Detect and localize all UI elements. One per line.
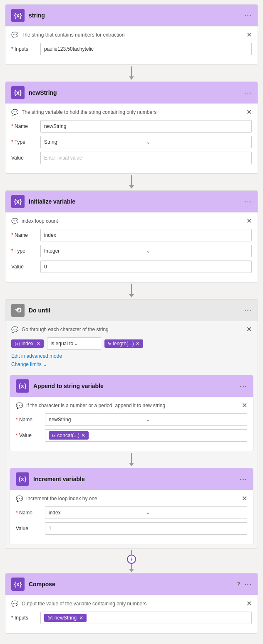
string-card: {x} string ··· 💬 The string that contain… <box>5 4 258 65</box>
append-string-info-row: 💬 If the character is a number or a peri… <box>16 401 247 409</box>
newstring-value-row: Value Enter initial value <box>11 152 252 164</box>
condition-value: is equal to <box>51 341 74 347</box>
arrow-2-line <box>131 175 132 185</box>
init-var-info-icon: 💬 <box>11 218 18 224</box>
string-card-title: string <box>29 12 244 19</box>
do-until-condition-row: {x} index ✕ is equal to ⌄ fx length(...)… <box>11 337 252 350</box>
change-limits-chevron: ⌄ <box>43 362 47 367</box>
init-var-value-field[interactable] <box>40 261 252 273</box>
string-close-btn[interactable]: ✕ <box>246 31 252 39</box>
init-var-type-select[interactable]: Integer ⌄ <box>40 245 252 257</box>
arrow-3-head <box>129 294 134 297</box>
change-limits-btn[interactable]: Change limits ⌄ <box>11 361 252 367</box>
plus-connector: + <box>127 549 136 573</box>
init-var-info-text: index loop count <box>22 218 58 224</box>
increment-var-info-text: Increment the loop index by one <box>26 496 97 501</box>
condition-select[interactable]: is equal to ⌄ <box>47 337 101 350</box>
newstring-compose-token: {x} newString ✕ <box>44 614 87 622</box>
newstring-value-placeholder[interactable]: Enter initial value <box>40 152 252 164</box>
increment-var-name-row: * Name index ⌄ <box>16 506 247 519</box>
do-until-info-text: Go through each character of the string <box>22 327 109 332</box>
flow-canvas: {x} string ··· 💬 The string that contain… <box>5 4 258 634</box>
do-until-nested: {x} Append to string variable ··· 💬 If t… <box>5 371 258 548</box>
string-info-row: 💬 The string that contains numbers for e… <box>11 31 252 39</box>
newstring-type-row: * Type String ⌄ <box>11 136 252 148</box>
init-var-type-chevron: ⌄ <box>146 248 248 254</box>
string-info-icon: 💬 <box>11 32 18 38</box>
compose-inputs-row: * Inputs {x} newString ✕ <box>11 612 252 624</box>
add-step-btn[interactable]: + <box>127 555 136 564</box>
do-until-header: ⟲ Do until ··· <box>5 300 258 321</box>
init-var-value-row: Value <box>11 261 252 273</box>
compose-help-icon[interactable]: ? <box>237 581 240 587</box>
string-inputs-field[interactable] <box>40 43 252 55</box>
newstring-close-btn[interactable]: ✕ <box>246 108 252 116</box>
newstring-token-icon: {x} <box>47 615 53 620</box>
newstring-name-label: * Name <box>11 123 40 129</box>
newstring-token-close[interactable]: ✕ <box>79 615 83 621</box>
newstring-type-label: * Type <box>11 139 40 145</box>
compose-inputs-field[interactable]: {x} newString ✕ <box>40 612 252 624</box>
newstring-info-row: 💬 The string variable to hold the string… <box>11 108 252 116</box>
arrow-2-head <box>129 185 134 189</box>
index-token-close[interactable]: ✕ <box>36 341 40 347</box>
increment-var-body: 💬 Increment the loop index by one ✕ * Na… <box>10 490 253 544</box>
append-string-menu[interactable]: ··· <box>240 382 247 391</box>
index-token-icon: {x} <box>15 341 20 346</box>
newstring-info-text: The string variable to hold the string c… <box>22 109 156 115</box>
string-card-menu[interactable]: ··· <box>244 11 252 20</box>
compose-close-btn[interactable]: ✕ <box>246 600 252 607</box>
compose-info-text: Output the value of the variable contain… <box>22 601 146 607</box>
plus-line-bottom <box>131 564 132 569</box>
compose-title: Compose <box>29 581 237 587</box>
init-var-menu[interactable]: ··· <box>244 197 252 206</box>
init-var-card: {x} Initialize variable ··· 💬 index loop… <box>5 190 258 283</box>
newstring-header: {x} newString ··· <box>5 82 258 103</box>
newstring-menu[interactable]: ··· <box>244 88 252 97</box>
append-string-value-field[interactable]: fx concat(...) ✕ <box>45 429 247 442</box>
append-string-info-icon: 💬 <box>16 402 23 409</box>
increment-var-name-value: index <box>49 510 146 516</box>
concat-token-close[interactable]: ✕ <box>81 433 85 438</box>
init-var-type-row: * Type Integer ⌄ <box>11 245 252 257</box>
do-until-menu[interactable]: ··· <box>244 306 252 315</box>
newstring-type-value: String <box>44 139 146 145</box>
compose-icon: {x} <box>11 578 25 591</box>
compose-menu[interactable]: ··· <box>244 580 252 589</box>
init-var-close-btn[interactable]: ✕ <box>246 217 252 225</box>
init-var-name-field[interactable] <box>40 229 252 241</box>
newstring-name-field[interactable] <box>40 120 252 133</box>
increment-var-name-select[interactable]: index ⌄ <box>45 506 247 519</box>
newstring-info-icon: 💬 <box>11 109 18 116</box>
string-info-text: The string that contains numbers for ext… <box>22 32 124 38</box>
string-card-icon: {x} <box>11 9 25 22</box>
arrow-inner-head <box>129 463 134 466</box>
string-card-body: 💬 The string that contains numbers for e… <box>5 26 258 64</box>
edit-advanced-link[interactable]: Edit in advanced mode <box>11 353 252 359</box>
increment-var-header: {x} Increment variable ··· <box>10 468 253 490</box>
increment-var-value-row: Value <box>16 522 247 535</box>
length-token-icon: fx <box>108 341 112 346</box>
do-until-close-btn[interactable]: ✕ <box>246 325 252 333</box>
length-token-close[interactable]: ✕ <box>136 341 140 347</box>
concat-token: fx concat(...) ✕ <box>49 431 89 440</box>
newstring-type-chevron: ⌄ <box>146 139 248 145</box>
increment-var-value-field[interactable] <box>45 522 247 535</box>
init-var-icon: {x} <box>11 195 25 208</box>
append-string-value-label: * Value <box>16 433 45 438</box>
append-string-name-row: * Name newString ⌄ <box>16 413 247 426</box>
arrow-1-head <box>129 76 134 80</box>
increment-var-menu[interactable]: ··· <box>240 475 247 484</box>
append-string-name-select[interactable]: newString ⌄ <box>45 413 247 426</box>
append-string-info-text: If the character is a number or a period… <box>26 403 165 408</box>
newstring-type-select[interactable]: String ⌄ <box>40 136 252 148</box>
append-string-close-btn[interactable]: ✕ <box>242 401 247 409</box>
do-until-condition-area: 💬 Go through each character of the strin… <box>5 321 258 371</box>
init-var-info-row: 💬 index loop count ✕ <box>11 217 252 225</box>
plus-arrow-head <box>129 569 134 572</box>
increment-var-close-btn[interactable]: ✕ <box>242 494 247 502</box>
init-var-header: {x} Initialize variable ··· <box>5 191 258 212</box>
length-token-label: length(...) <box>113 341 134 347</box>
increment-var-title: Increment variable <box>33 476 240 482</box>
arrow-inner <box>10 451 253 468</box>
